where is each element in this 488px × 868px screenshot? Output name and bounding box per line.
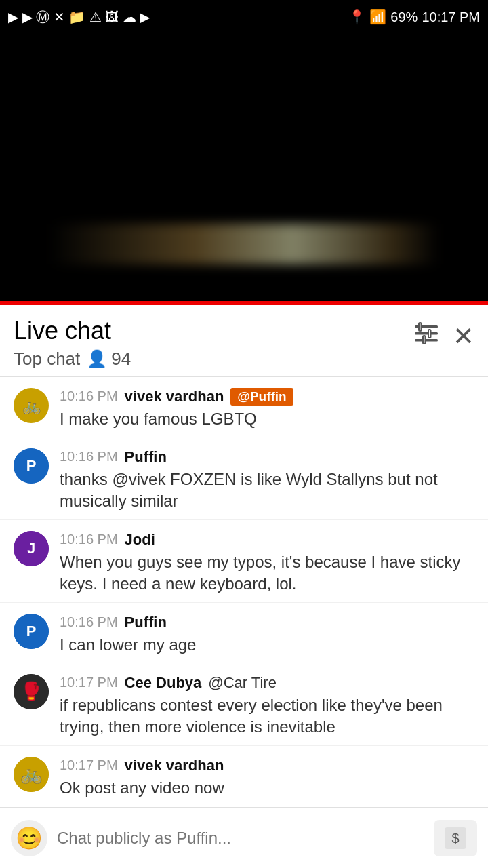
msg-body: 10:16 PM Puffin I can lower my age [60, 614, 474, 656]
video-player[interactable] [0, 34, 488, 305]
msg-time: 10:17 PM [60, 675, 118, 690]
wifi-icon: 📶 [369, 9, 386, 25]
avatar: 🥊 [14, 674, 49, 709]
emoji-button[interactable]: 😊 [11, 820, 47, 856]
table-row: P 10:16 PM Puffin I can lower my age [0, 603, 488, 663]
msg-meta: 10:17 PM vivek vardhan [60, 757, 474, 774]
svg-rect-1 [415, 332, 438, 335]
table-row: 🚲 10:17 PM vivek vardhan Ok post any vid… [0, 746, 488, 806]
avatar: P [14, 614, 49, 649]
msg-text: if republicans contest every election li… [60, 694, 474, 738]
msg-text: I make you famous LGBTQ [60, 408, 474, 430]
svg-rect-5 [423, 336, 426, 344]
chat-message-list: 🚲 10:16 PM vivek vardhan @Puffin I make … [0, 377, 488, 868]
msg-text: Ok post any video now [60, 777, 474, 799]
mention-badge: @Puffin [230, 388, 293, 406]
msg-text: I can lower my age [60, 634, 474, 656]
msg-author: Jodi [125, 531, 155, 549]
svg-rect-3 [419, 323, 422, 331]
close-icon[interactable]: ✕ [453, 321, 474, 351]
msg-meta: 10:16 PM Puffin [60, 448, 474, 466]
msg-meta: 10:16 PM Puffin [60, 614, 474, 631]
avatar: P [14, 448, 49, 484]
live-chat-title: Live chat [14, 317, 131, 344]
notification-icons: ▶ ▶ Ⓜ ✕ 📁 ⚠ 🖼 ☁ ▶ [8, 8, 150, 26]
avatar: 🚲 [14, 757, 49, 792]
msg-body: 10:16 PM vivek vardhan @Puffin I make yo… [60, 388, 474, 430]
msg-body: 10:16 PM Jodi When you guys see my typos… [60, 531, 474, 595]
avatar: J [14, 531, 49, 566]
msg-body: 10:17 PM Cee Dubya @Car Tire if republic… [60, 674, 474, 738]
top-chat-label[interactable]: Top chat [14, 349, 80, 370]
msg-time: 10:16 PM [60, 614, 118, 630]
location-icon: 📍 [348, 9, 365, 25]
video-overlay [0, 224, 488, 264]
status-icons: ▶ ▶ Ⓜ ✕ 📁 ⚠ 🖼 ☁ ▶ [8, 8, 150, 26]
msg-author: vivek vardhan [125, 757, 224, 774]
msg-body: 10:17 PM vivek vardhan Ok post any video… [60, 757, 474, 799]
msg-meta: 10:16 PM vivek vardhan @Puffin [60, 388, 474, 406]
svg-text:🚲: 🚲 [22, 397, 41, 415]
svg-rect-2 [415, 339, 438, 342]
msg-author: Puffin [125, 614, 167, 631]
msg-body: 10:16 PM Puffin thanks @vivek FOXZEN is … [60, 448, 474, 513]
msg-text: thanks @vivek FOXZEN is like Wyld Stally… [60, 469, 474, 513]
battery-text: 69% [390, 9, 418, 25]
msg-time: 10:17 PM [60, 757, 118, 773]
table-row: J 10:16 PM Jodi When you guys see my typ… [0, 520, 488, 603]
msg-time: 10:16 PM [60, 532, 118, 547]
mention-text: @Car Tire [208, 674, 277, 692]
time-text: 10:17 PM [422, 9, 480, 25]
msg-text: When you guys see my typos, it's because… [60, 551, 474, 595]
msg-author: Puffin [125, 448, 167, 466]
svg-text:$: $ [451, 831, 459, 846]
svg-rect-4 [428, 330, 431, 338]
people-icon: 👤 [87, 349, 107, 368]
msg-time: 10:16 PM [60, 449, 118, 465]
live-chat-header: Live chat Top chat 👤 94 ✕ [0, 305, 488, 377]
header-left: Live chat Top chat 👤 94 [14, 317, 131, 370]
top-chat-row: Top chat 👤 94 [14, 349, 131, 370]
status-info: 📍 📶 69% 10:17 PM [348, 9, 480, 25]
header-actions: ✕ [413, 317, 474, 351]
chat-input[interactable] [57, 818, 424, 859]
avatar: 🚲 [14, 388, 49, 423]
msg-author: vivek vardhan [125, 388, 224, 406]
viewer-count: 👤 94 [87, 349, 131, 370]
table-row: 🚲 10:16 PM vivek vardhan @Puffin I make … [0, 377, 488, 437]
filter-icon[interactable] [413, 322, 439, 351]
send-button[interactable]: $ [434, 820, 477, 856]
msg-author: Cee Dubya [125, 674, 202, 692]
chat-input-bar: 😊 $ [0, 807, 488, 868]
table-row: P 10:16 PM Puffin thanks @vivek FOXZEN i… [0, 437, 488, 520]
viewer-number: 94 [111, 349, 131, 370]
table-row: 🥊 10:17 PM Cee Dubya @Car Tire if republ… [0, 663, 488, 746]
progress-bar [0, 301, 488, 305]
msg-time: 10:16 PM [60, 389, 118, 404]
svg-text:🚲: 🚲 [20, 763, 43, 785]
svg-text:🥊: 🥊 [20, 680, 43, 702]
status-bar: ▶ ▶ Ⓜ ✕ 📁 ⚠ 🖼 ☁ ▶ 📍 📶 69% 10:17 PM [0, 0, 488, 34]
msg-meta: 10:16 PM Jodi [60, 531, 474, 549]
msg-meta: 10:17 PM Cee Dubya @Car Tire [60, 674, 474, 692]
